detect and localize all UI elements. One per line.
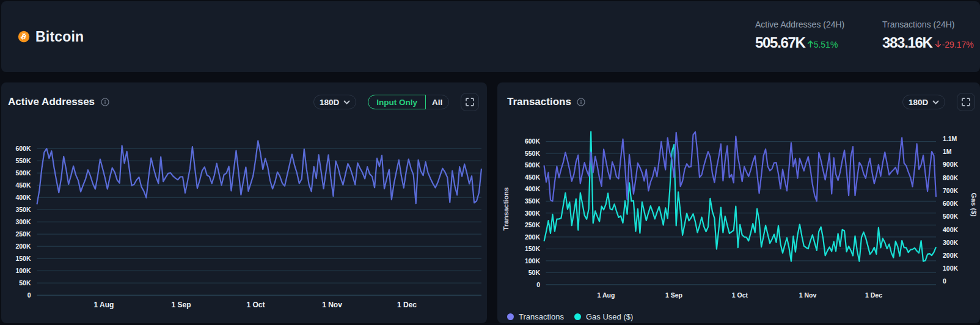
svg-text:1 Sep: 1 Sep bbox=[665, 291, 682, 299]
svg-text:0: 0 bbox=[27, 291, 31, 299]
svg-text:150K: 150K bbox=[525, 245, 541, 252]
svg-text:1 Aug: 1 Aug bbox=[94, 301, 114, 309]
svg-text:250K: 250K bbox=[15, 230, 31, 238]
svg-text:Transactions: Transactions bbox=[502, 188, 510, 231]
svg-text:1 Oct: 1 Oct bbox=[246, 301, 265, 309]
svg-text:150K: 150K bbox=[15, 255, 31, 262]
svg-text:Gas ($): Gas ($) bbox=[970, 193, 978, 217]
svg-text:100K: 100K bbox=[525, 257, 541, 265]
svg-text:1 Oct: 1 Oct bbox=[732, 291, 748, 299]
svg-text:550K: 550K bbox=[15, 157, 31, 164]
svg-text:1 Sep: 1 Sep bbox=[171, 301, 191, 309]
svg-text:200K: 200K bbox=[525, 233, 541, 241]
svg-text:1.1M: 1.1M bbox=[943, 135, 957, 142]
svg-text:1 Dec: 1 Dec bbox=[397, 301, 417, 309]
svg-text:350K: 350K bbox=[525, 197, 541, 205]
svg-text:1 Aug: 1 Aug bbox=[598, 291, 615, 299]
svg-text:50K: 50K bbox=[19, 279, 31, 287]
svg-text:1 Nov: 1 Nov bbox=[799, 291, 817, 299]
svg-text:300K: 300K bbox=[15, 218, 31, 225]
svg-text:800K: 800K bbox=[943, 174, 959, 181]
svg-text:600K: 600K bbox=[525, 137, 541, 145]
svg-text:250K: 250K bbox=[525, 221, 541, 228]
svg-text:300K: 300K bbox=[943, 239, 959, 246]
svg-text:700K: 700K bbox=[943, 187, 959, 194]
svg-text:500K: 500K bbox=[943, 213, 959, 220]
svg-text:400K: 400K bbox=[15, 194, 31, 201]
svg-text:550K: 550K bbox=[525, 150, 541, 157]
svg-text:200K: 200K bbox=[943, 252, 959, 259]
svg-text:600K: 600K bbox=[15, 145, 31, 152]
svg-text:200K: 200K bbox=[15, 243, 31, 250]
svg-text:350K: 350K bbox=[15, 206, 31, 213]
svg-text:900K: 900K bbox=[943, 161, 959, 168]
svg-text:500K: 500K bbox=[525, 161, 541, 169]
svg-text:1 Nov: 1 Nov bbox=[322, 301, 342, 309]
svg-text:100K: 100K bbox=[943, 265, 959, 272]
svg-text:300K: 300K bbox=[525, 210, 541, 217]
svg-text:600K: 600K bbox=[943, 200, 959, 207]
svg-text:100K: 100K bbox=[15, 267, 31, 274]
svg-text:400K: 400K bbox=[525, 185, 541, 192]
svg-text:0: 0 bbox=[536, 281, 540, 288]
svg-text:1M: 1M bbox=[943, 148, 952, 155]
svg-text:400K: 400K bbox=[943, 226, 959, 233]
svg-text:50K: 50K bbox=[528, 269, 541, 276]
svg-text:450K: 450K bbox=[525, 173, 541, 181]
svg-text:0: 0 bbox=[943, 277, 946, 285]
svg-text:500K: 500K bbox=[15, 169, 31, 177]
svg-text:450K: 450K bbox=[15, 181, 31, 189]
svg-text:1 Dec: 1 Dec bbox=[865, 291, 882, 299]
